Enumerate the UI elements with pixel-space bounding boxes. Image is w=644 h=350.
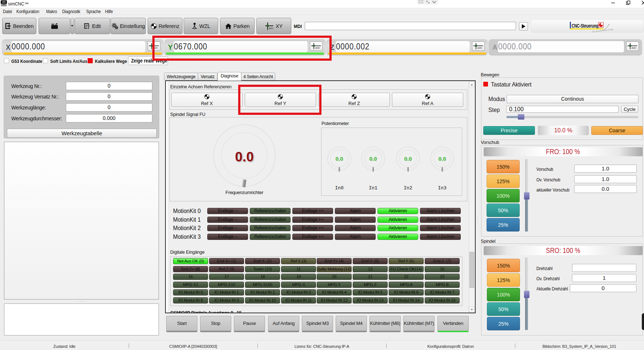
svg-text:ZERO: ZERO: [632, 47, 637, 49]
svg-text:ZERO: ZERO: [269, 27, 273, 29]
svg-text:ZERO: ZERO: [477, 47, 483, 49]
